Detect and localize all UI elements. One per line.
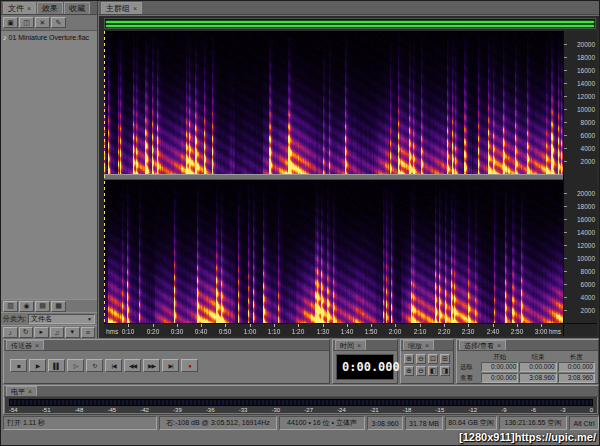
level-scale-label: -6 (531, 407, 536, 415)
zoom-to-selection-button[interactable]: ⊞ (440, 354, 450, 364)
open-file-icon[interactable]: ▤ (35, 301, 50, 312)
frequency-tick (564, 83, 567, 84)
zoom-selection-left-button[interactable]: ◧ (428, 366, 438, 376)
view-end-field[interactable]: 3:08.960 (519, 373, 556, 383)
go-to-end-button[interactable]: ▶| (162, 359, 179, 372)
advanced-options-icon[interactable]: ▦ (51, 301, 66, 312)
level-scale-label: -24 (337, 407, 346, 415)
frequency-tick (564, 206, 567, 207)
zoom-in-vertical-button[interactable]: ⊕ (404, 366, 414, 376)
audio-file-icon: ♪ (3, 34, 7, 41)
import-folder-icon[interactable]: ◫ (19, 17, 34, 28)
sort-by-dropdown[interactable]: 文件名 ▼ (28, 314, 95, 324)
selection-start-field[interactable]: 0:00.000 (481, 362, 518, 372)
zoom-in-horizontal-button[interactable]: ⊕ (404, 354, 414, 364)
zoom-full-button[interactable]: ⊡ (428, 354, 438, 364)
tab-main-group[interactable]: 主群组 × (101, 2, 142, 14)
frequency-tick (564, 96, 567, 97)
frequency-label: 20000 (577, 190, 595, 197)
frequency-tick (564, 258, 567, 259)
levels-body: -54-51-48-45-42-39-36-33-30-27-24-21-18-… (5, 397, 597, 413)
level-scale-label: -45 (107, 407, 116, 415)
play-looped-button[interactable]: ↻ (86, 359, 103, 372)
frequency-label: 18000 (577, 203, 595, 210)
timeline-tick-label: 2:30 (462, 328, 475, 335)
view-row-label: 查看 (460, 373, 480, 383)
timeline-ruler[interactable]: hmshms0:100:200:300:400:501:001:101:201:… (104, 323, 563, 336)
file-list[interactable]: ♪01 Miniature Overture.flac (1, 31, 97, 299)
timeline-tick-label: 1:20 (292, 328, 305, 335)
timeline-unit-label: hms (549, 328, 561, 335)
frequency-label: 18000 (577, 54, 595, 61)
level-meter[interactable] (9, 399, 593, 406)
close-icon[interactable]: × (27, 5, 31, 12)
view-start-field[interactable]: 0:00.000 (481, 373, 518, 383)
play-button[interactable]: ▶ (29, 359, 46, 372)
close-icon[interactable]: × (425, 342, 429, 349)
transport-panel-tab[interactable]: 传送器 × (6, 340, 44, 350)
selection-length-field[interactable]: 0:00.000 (558, 362, 595, 372)
show-full-paths-toggle[interactable]: ≡ (81, 327, 96, 338)
timeline-tick (153, 324, 154, 327)
pause-button[interactable]: ▌▌ (48, 359, 65, 372)
level-scale-label: -12 (468, 407, 477, 415)
insert-into-cd-list-icon[interactable]: ◉ (19, 301, 34, 312)
zoom-panel-tab[interactable]: 缩放 × (403, 340, 434, 350)
main-group-panel: 主群组 × 2000018000160001400012000100008000… (99, 1, 600, 338)
record-button[interactable]: ● (181, 359, 198, 372)
selview-column-header: 长度 (558, 353, 595, 361)
edit-file-icon[interactable]: ✎ (51, 17, 66, 28)
go-to-beginning-button[interactable]: |◀ (105, 359, 122, 372)
close-icon[interactable]: × (28, 388, 32, 395)
view-length-field[interactable]: 3:08.960 (558, 373, 595, 383)
level-scale-label: -21 (370, 407, 379, 415)
selection-end-field[interactable]: 0:00.000 (519, 362, 556, 372)
close-icon[interactable]: × (357, 342, 361, 349)
close-icon[interactable]: × (133, 5, 137, 12)
frequency-ruler[interactable]: 2000018000160001400012000100008000600040… (563, 31, 597, 323)
timeline-tick-label: 0:20 (147, 328, 160, 335)
zoom-selection-right-button[interactable]: ◨ (440, 366, 450, 376)
transport-panel: 传送器 × ■▶▌▌▷↻|◀◀◀▶▶▶|● (3, 339, 330, 384)
tab-effects[interactable]: 效果 (37, 2, 63, 14)
frequency-label: 2000 (581, 307, 595, 314)
zoom-out-vertical-button[interactable]: ⊖ (416, 366, 426, 376)
close-file-icon[interactable]: ✕ (35, 17, 50, 28)
import-file-icon[interactable]: ▣ (3, 17, 18, 28)
selection-view-panel-tab[interactable]: 选择/查看 × (459, 340, 506, 350)
time-panel: 时间 × 0:00.000 (332, 339, 398, 384)
playhead[interactable] (104, 31, 105, 323)
levels-panel-tab[interactable]: 电平 × (6, 386, 37, 396)
level-scale-label: -18 (403, 407, 412, 415)
tab-favorites[interactable]: 收藏 (64, 2, 90, 14)
frequency-tick (564, 245, 567, 246)
level-scale-label: -9 (501, 407, 506, 415)
play-from-cursor-button[interactable]: ▷ (67, 359, 84, 372)
frequency-tick (564, 109, 567, 110)
overview-waveform[interactable] (104, 18, 596, 29)
spectral-display[interactable] (104, 31, 563, 323)
show-audio-files-toggle[interactable]: ♪ (3, 327, 18, 338)
frequency-tick (564, 135, 567, 136)
sort-by-value: 文件名 (31, 314, 52, 324)
spectrogram-right-channel[interactable] (104, 180, 563, 323)
show-markers-toggle[interactable]: ▾ (65, 327, 80, 338)
spectrogram-left-channel[interactable] (104, 31, 563, 174)
rewind-button[interactable]: ◀◀ (124, 359, 141, 372)
tab-files[interactable]: 文件× (3, 2, 36, 14)
list-item[interactable]: ♪01 Miniature Overture.flac (1, 32, 97, 42)
frequency-label: 16000 (577, 216, 595, 223)
zoom-out-horizontal-button[interactable]: ⊖ (416, 354, 426, 364)
frequency-label: 6000 (581, 132, 595, 139)
show-video-files-toggle[interactable]: ▸ (34, 327, 49, 338)
insert-into-multitrack-icon[interactable]: ▥ (3, 301, 18, 312)
overview-waveform-left (106, 21, 594, 23)
show-midi-files-toggle[interactable]: ♫ (50, 327, 65, 338)
fast-forward-button[interactable]: ▶▶ (143, 359, 160, 372)
show-loop-files-toggle[interactable]: ↻ (19, 327, 34, 338)
stop-button[interactable]: ■ (10, 359, 27, 372)
close-icon[interactable]: × (497, 342, 501, 349)
close-icon[interactable]: × (35, 342, 39, 349)
time-panel-tab[interactable]: 时间 × (335, 340, 366, 350)
zoom-panel: 缩放 × ⊕⊖⊡⊞⊕⊖◧◨ (400, 339, 454, 384)
